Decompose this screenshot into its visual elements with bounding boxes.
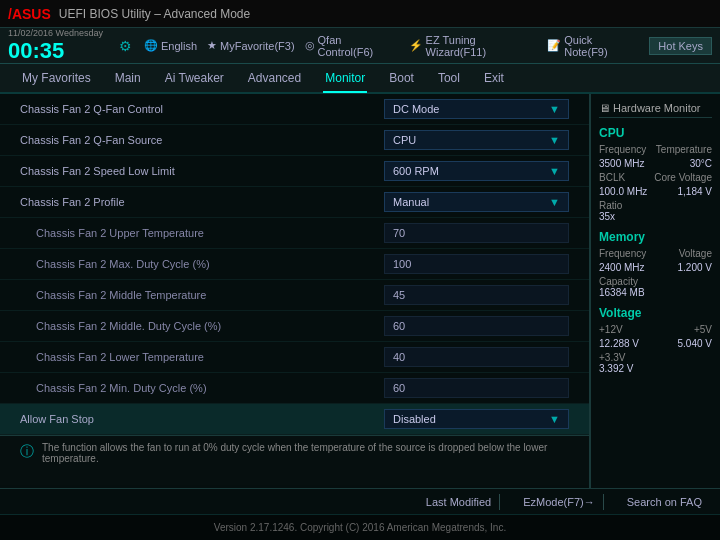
chassis-fan2-middle-duty-label: Chassis Fan 2 Middle. Duty Cycle (%) — [20, 320, 384, 332]
last-modified-button[interactable]: Last Modified — [418, 494, 500, 510]
chassis-fan2-qfan-control-label: Chassis Fan 2 Q-Fan Control — [20, 103, 384, 115]
chassis-fan2-max-duty-row[interactable]: Chassis Fan 2 Max. Duty Cycle (%) 100 — [0, 249, 589, 280]
time-bar-items: 🌐 English ★ MyFavorite(F3) ◎ Qfan Contro… — [144, 34, 637, 58]
time-bar: 11/02/2016 Wednesday 00:35 ⚙ 🌐 English ★… — [0, 28, 720, 64]
chassis-fan2-middle-temp-row[interactable]: Chassis Fan 2 Middle Temperature 45 — [0, 280, 589, 311]
ez-tuning-button[interactable]: ⚡ EZ Tuning Wizard(F11) — [409, 34, 538, 58]
cpu-frequency-value: 3500 MHz — [599, 158, 645, 169]
nav-boot[interactable]: Boot — [387, 65, 416, 91]
hot-keys-button[interactable]: Hot Keys — [649, 37, 712, 55]
dropdown-arrow: ▼ — [549, 413, 560, 425]
dropdown-arrow: ▼ — [549, 165, 560, 177]
settings-icon[interactable]: ⚙ — [119, 38, 132, 54]
info-bar: ⓘ The function allows the fan to run at … — [0, 435, 589, 485]
language-selector[interactable]: 🌐 English — [144, 39, 197, 52]
v5-label: +5V — [694, 324, 712, 335]
nav-bar: My Favorites Main Ai Tweaker Advanced Mo… — [0, 64, 720, 94]
nav-my-favorites[interactable]: My Favorites — [20, 65, 93, 91]
voltage-section-title: Voltage — [599, 306, 712, 320]
cpu-bclk-value: 100.0 MHz — [599, 186, 647, 197]
chassis-fan2-speed-low-limit-label: Chassis Fan 2 Speed Low Limit — [20, 165, 384, 177]
chassis-fan2-lower-temp-row[interactable]: Chassis Fan 2 Lower Temperature 40 — [0, 342, 589, 373]
voltage-12v-5v-row: +12V +5V — [599, 324, 712, 335]
chassis-fan2-min-duty-row[interactable]: Chassis Fan 2 Min. Duty Cycle (%) 60 — [0, 373, 589, 404]
my-favorite-button[interactable]: ★ MyFavorite(F3) — [207, 39, 295, 52]
chassis-fan2-lower-temp-label: Chassis Fan 2 Lower Temperature — [20, 351, 384, 363]
info-text: The function allows the fan to run at 0%… — [42, 442, 569, 464]
chassis-fan2-qfan-control-value[interactable]: DC Mode ▼ — [384, 99, 569, 119]
nav-advanced[interactable]: Advanced — [246, 65, 303, 91]
qfan-control-button[interactable]: ◎ Qfan Control(F6) — [305, 34, 399, 58]
chassis-fan2-middle-duty-value[interactable]: 60 — [384, 316, 569, 336]
chassis-fan2-upper-temp-row[interactable]: Chassis Fan 2 Upper Temperature 70 — [0, 218, 589, 249]
cpu-temperature-value: 30°C — [690, 158, 712, 169]
date-display: 11/02/2016 Wednesday — [8, 28, 103, 38]
v12-label: +12V — [599, 324, 623, 335]
search-faq-button[interactable]: Search on FAQ — [619, 494, 710, 510]
dropdown-arrow: ▼ — [549, 196, 560, 208]
chassis-fan2-upper-temp-value[interactable]: 70 — [384, 223, 569, 243]
memory-capacity-value: 16384 MB — [599, 287, 712, 298]
dropdown-arrow: ▼ — [549, 134, 560, 146]
cpu-bclk-value-row: 100.0 MHz 1,184 V — [599, 186, 712, 197]
time-display: 00:35 — [8, 38, 103, 64]
top-bar: /ASUS UEFI BIOS Utility – Advanced Mode — [0, 0, 720, 28]
main-content: Chassis Fan 2 Q-Fan Control DC Mode ▼ Ch… — [0, 94, 720, 488]
cpu-frequency-row: Frequency Temperature — [599, 144, 712, 155]
chassis-fan2-qfan-source-value[interactable]: CPU ▼ — [384, 130, 569, 150]
chassis-fan2-qfan-source-row[interactable]: Chassis Fan 2 Q-Fan Source CPU ▼ — [0, 125, 589, 156]
hardware-monitor-panel: 🖥 Hardware Monitor CPU Frequency Tempera… — [590, 94, 720, 488]
cpu-ratio-value: 35x — [599, 211, 712, 222]
cpu-frequency-label: Frequency — [599, 144, 646, 155]
nav-ai-tweaker[interactable]: Ai Tweaker — [163, 65, 226, 91]
chassis-fan2-max-duty-label: Chassis Fan 2 Max. Duty Cycle (%) — [20, 258, 384, 270]
chassis-fan2-lower-temp-value[interactable]: 40 — [384, 347, 569, 367]
chassis-fan2-max-duty-value[interactable]: 100 — [384, 254, 569, 274]
cpu-frequency-value-row: 3500 MHz 30°C — [599, 158, 712, 169]
nav-monitor[interactable]: Monitor — [323, 65, 367, 93]
chassis-fan2-min-duty-value[interactable]: 60 — [384, 378, 569, 398]
chassis-fan2-profile-label: Chassis Fan 2 Profile — [20, 196, 384, 208]
v33-value: 3.392 V — [599, 363, 712, 374]
quick-note-button[interactable]: 📝 Quick Note(F9) — [547, 34, 637, 58]
cpu-section-title: CPU — [599, 126, 712, 140]
date-time: 11/02/2016 Wednesday 00:35 — [8, 28, 103, 64]
info-icon: ⓘ — [20, 443, 34, 461]
dropdown-arrow: ▼ — [549, 103, 560, 115]
memory-section-title: Memory — [599, 230, 712, 244]
memory-frequency-label: Frequency — [599, 248, 646, 259]
v12-value: 12.288 V — [599, 338, 639, 349]
hardware-monitor-title: 🖥 Hardware Monitor — [599, 102, 712, 118]
cpu-temperature-label: Temperature — [656, 144, 712, 155]
allow-fan-stop-label: Allow Fan Stop — [20, 413, 384, 425]
chassis-fan2-middle-temp-value[interactable]: 45 — [384, 285, 569, 305]
chassis-fan2-speed-low-limit-value[interactable]: 600 RPM ▼ — [384, 161, 569, 181]
memory-voltage-label: Voltage — [679, 248, 712, 259]
asus-logo: /ASUS — [8, 6, 51, 22]
bottom-bar: Last Modified EzMode(F7)→ Search on FAQ — [0, 488, 720, 514]
chassis-fan2-qfan-control-row[interactable]: Chassis Fan 2 Q-Fan Control DC Mode ▼ — [0, 94, 589, 125]
settings-panel: Chassis Fan 2 Q-Fan Control DC Mode ▼ Ch… — [0, 94, 590, 488]
cpu-ratio-label: Ratio — [599, 200, 712, 211]
nav-main[interactable]: Main — [113, 65, 143, 91]
chassis-fan2-middle-duty-row[interactable]: Chassis Fan 2 Middle. Duty Cycle (%) 60 — [0, 311, 589, 342]
chassis-fan2-profile-row[interactable]: Chassis Fan 2 Profile Manual ▼ — [0, 187, 589, 218]
allow-fan-stop-value[interactable]: Disabled ▼ — [384, 409, 569, 429]
cpu-bclk-row: BCLK Core Voltage — [599, 172, 712, 183]
memory-freq-row: Frequency Voltage — [599, 248, 712, 259]
bios-title: UEFI BIOS Utility – Advanced Mode — [59, 7, 250, 21]
memory-freq-value-row: 2400 MHz 1.200 V — [599, 262, 712, 273]
chassis-fan2-profile-value[interactable]: Manual ▼ — [384, 192, 569, 212]
nav-tool[interactable]: Tool — [436, 65, 462, 91]
chassis-fan2-min-duty-label: Chassis Fan 2 Min. Duty Cycle (%) — [20, 382, 384, 394]
cpu-bclk-label: BCLK — [599, 172, 625, 183]
memory-frequency-value: 2400 MHz — [599, 262, 645, 273]
ez-mode-button[interactable]: EzMode(F7)→ — [515, 494, 604, 510]
chassis-fan2-upper-temp-label: Chassis Fan 2 Upper Temperature — [20, 227, 384, 239]
v5-value: 5.040 V — [678, 338, 712, 349]
cpu-core-voltage-value: 1,184 V — [678, 186, 712, 197]
allow-fan-stop-row[interactable]: Allow Fan Stop Disabled ▼ — [0, 404, 589, 435]
chassis-fan2-speed-low-limit-row[interactable]: Chassis Fan 2 Speed Low Limit 600 RPM ▼ — [0, 156, 589, 187]
v33-label: +3.3V — [599, 352, 712, 363]
nav-exit[interactable]: Exit — [482, 65, 506, 91]
